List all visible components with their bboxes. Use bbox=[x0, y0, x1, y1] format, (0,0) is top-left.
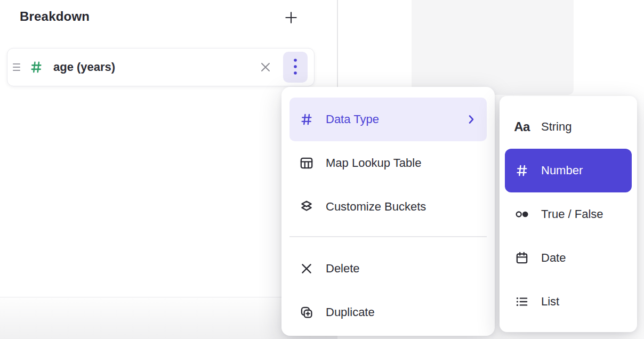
menu-item-delete[interactable]: Delete bbox=[289, 247, 487, 290]
submenu-item-label: List bbox=[541, 295, 559, 309]
hash-icon bbox=[297, 110, 316, 129]
duplicate-icon bbox=[297, 303, 316, 322]
buckets-icon bbox=[297, 197, 316, 216]
chart-placeholder-block bbox=[412, 0, 574, 95]
submenu-item-label: String bbox=[541, 120, 571, 134]
menu-item-label: Delete bbox=[326, 262, 360, 276]
breakdown-property-label: age (years) bbox=[53, 60, 115, 74]
submenu-item-label: Number bbox=[541, 164, 583, 177]
submenu-item-string[interactable]: Aa String bbox=[505, 105, 632, 149]
data-type-submenu: Aa String Number True / False bbox=[500, 96, 637, 332]
plus-icon bbox=[283, 10, 299, 26]
submenu-item-date[interactable]: Date bbox=[505, 236, 632, 280]
more-options-kebab-button[interactable] bbox=[283, 52, 308, 83]
menu-item-label: Customize Buckets bbox=[326, 200, 426, 214]
menu-item-label: Duplicate bbox=[326, 305, 375, 319]
hash-icon bbox=[512, 161, 532, 180]
remove-breakdown-button[interactable] bbox=[259, 60, 272, 74]
string-aa-icon: Aa bbox=[512, 117, 532, 136]
menu-item-customize-buckets[interactable]: Customize Buckets bbox=[289, 185, 487, 229]
menu-item-duplicate[interactable]: Duplicate bbox=[289, 290, 487, 334]
submenu-item-true-false[interactable]: True / False bbox=[505, 192, 632, 236]
submenu-item-number[interactable]: Number bbox=[505, 149, 632, 192]
chevron-right-icon bbox=[468, 114, 475, 125]
calendar-icon bbox=[512, 248, 532, 268]
breakdown-options-menu: Data Type Map Lookup Table bbox=[281, 87, 495, 336]
submenu-item-list[interactable]: List bbox=[505, 280, 632, 324]
drag-handle-icon[interactable] bbox=[13, 63, 21, 71]
menu-divider bbox=[289, 236, 487, 237]
breakdown-property-card[interactable]: age (years) bbox=[7, 48, 315, 86]
menu-item-label: Map Lookup Table bbox=[326, 156, 421, 170]
breakdown-section-title: Breakdown bbox=[20, 9, 90, 24]
add-breakdown-button[interactable] bbox=[282, 9, 300, 27]
menu-item-data-type[interactable]: Data Type bbox=[289, 98, 487, 141]
menu-item-label: Data Type bbox=[326, 112, 379, 126]
table-icon bbox=[297, 154, 316, 173]
number-type-hash-icon bbox=[28, 59, 44, 75]
circles-icon bbox=[512, 205, 532, 224]
breakdown-settings-screen: Breakdown age (years) bbox=[0, 0, 644, 339]
submenu-item-label: True / False bbox=[541, 207, 603, 221]
x-icon bbox=[297, 259, 316, 278]
menu-item-map-lookup-table[interactable]: Map Lookup Table bbox=[289, 141, 487, 185]
list-icon bbox=[512, 292, 532, 311]
submenu-item-label: Date bbox=[541, 251, 566, 265]
